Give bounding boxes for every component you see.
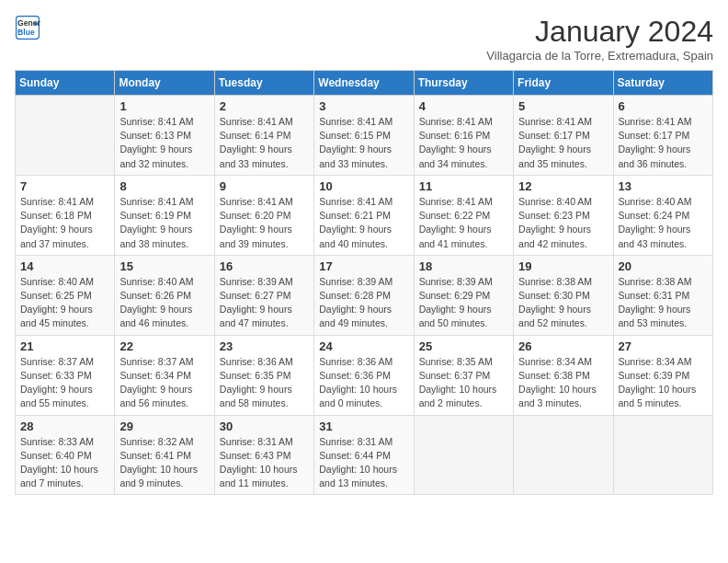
day-details: Sunrise: 8:41 AMSunset: 6:19 PMDaylight:… — [119, 195, 209, 251]
calendar-table: SundayMondayTuesdayWednesdayThursdayFrid… — [15, 70, 713, 495]
day-cell — [414, 415, 513, 495]
day-cell: 17Sunrise: 8:39 AMSunset: 6:28 PMDayligh… — [314, 255, 414, 335]
day-cell: 4Sunrise: 8:41 AMSunset: 6:16 PMDaylight… — [414, 96, 513, 176]
col-header-monday: Monday — [115, 71, 214, 96]
day-number: 22 — [119, 339, 209, 353]
day-cell: 21Sunrise: 8:37 AMSunset: 6:33 PMDayligh… — [16, 335, 115, 415]
day-details: Sunrise: 8:40 AMSunset: 6:25 PMDaylight:… — [20, 275, 109, 331]
day-number: 8 — [119, 179, 209, 193]
day-number: 30 — [220, 419, 309, 433]
day-details: Sunrise: 8:41 AMSunset: 6:14 PMDaylight:… — [220, 115, 309, 171]
day-cell: 11Sunrise: 8:41 AMSunset: 6:22 PMDayligh… — [414, 175, 513, 255]
day-cell — [514, 415, 613, 495]
day-cell: 6Sunrise: 8:41 AMSunset: 6:17 PMDaylight… — [613, 96, 712, 176]
day-number: 1 — [119, 99, 209, 113]
col-header-sunday: Sunday — [16, 71, 115, 96]
day-details: Sunrise: 8:41 AMSunset: 6:13 PMDaylight:… — [119, 115, 209, 171]
day-cell: 18Sunrise: 8:39 AMSunset: 6:29 PMDayligh… — [414, 255, 513, 335]
logo-icon: General Blue — [15, 15, 40, 40]
day-number: 28 — [20, 419, 109, 433]
col-header-tuesday: Tuesday — [214, 71, 313, 96]
day-number: 7 — [20, 179, 109, 193]
svg-text:Blue: Blue — [17, 28, 35, 37]
day-number: 2 — [220, 99, 309, 113]
day-details: Sunrise: 8:40 AMSunset: 6:24 PMDaylight:… — [619, 195, 708, 251]
day-cell: 23Sunrise: 8:36 AMSunset: 6:35 PMDayligh… — [214, 335, 313, 415]
logo: General Blue — [15, 15, 40, 40]
month-title: January 2024 — [486, 15, 713, 49]
col-header-wednesday: Wednesday — [314, 71, 414, 96]
week-row-3: 14Sunrise: 8:40 AMSunset: 6:25 PMDayligh… — [16, 255, 713, 335]
day-number: 6 — [619, 99, 708, 113]
day-cell: 20Sunrise: 8:38 AMSunset: 6:31 PMDayligh… — [613, 255, 712, 335]
day-number: 5 — [518, 99, 608, 113]
day-cell: 12Sunrise: 8:40 AMSunset: 6:23 PMDayligh… — [514, 175, 613, 255]
day-number: 17 — [319, 259, 408, 273]
day-cell: 29Sunrise: 8:32 AMSunset: 6:41 PMDayligh… — [115, 415, 214, 495]
day-number: 13 — [619, 179, 708, 193]
day-number: 3 — [319, 99, 408, 113]
col-header-thursday: Thursday — [414, 71, 513, 96]
day-number: 19 — [518, 259, 608, 273]
day-cell: 5Sunrise: 8:41 AMSunset: 6:17 PMDaylight… — [514, 96, 613, 176]
col-header-friday: Friday — [514, 71, 613, 96]
day-number: 20 — [619, 259, 708, 273]
col-header-saturday: Saturday — [613, 71, 712, 96]
day-details: Sunrise: 8:41 AMSunset: 6:22 PMDaylight:… — [419, 195, 508, 251]
day-number: 10 — [319, 179, 408, 193]
day-cell: 30Sunrise: 8:31 AMSunset: 6:43 PMDayligh… — [214, 415, 313, 495]
week-row-1: 1Sunrise: 8:41 AMSunset: 6:13 PMDaylight… — [16, 96, 713, 176]
day-details: Sunrise: 8:31 AMSunset: 6:44 PMDaylight:… — [319, 435, 408, 491]
day-number: 26 — [518, 339, 608, 353]
day-cell — [613, 415, 712, 495]
day-number: 25 — [419, 339, 508, 353]
day-number: 29 — [119, 419, 209, 433]
day-details: Sunrise: 8:35 AMSunset: 6:37 PMDaylight:… — [419, 355, 508, 411]
day-number: 21 — [20, 339, 109, 353]
day-details: Sunrise: 8:31 AMSunset: 6:43 PMDaylight:… — [220, 435, 309, 491]
week-row-2: 7Sunrise: 8:41 AMSunset: 6:18 PMDaylight… — [16, 175, 713, 255]
day-details: Sunrise: 8:37 AMSunset: 6:33 PMDaylight:… — [20, 355, 109, 411]
day-number: 4 — [419, 99, 508, 113]
day-number: 27 — [619, 339, 708, 353]
day-cell: 3Sunrise: 8:41 AMSunset: 6:15 PMDaylight… — [314, 96, 414, 176]
day-number: 18 — [419, 259, 508, 273]
day-cell: 1Sunrise: 8:41 AMSunset: 6:13 PMDaylight… — [115, 96, 214, 176]
day-details: Sunrise: 8:34 AMSunset: 6:38 PMDaylight:… — [518, 355, 608, 411]
day-cell: 28Sunrise: 8:33 AMSunset: 6:40 PMDayligh… — [16, 415, 115, 495]
day-cell: 8Sunrise: 8:41 AMSunset: 6:19 PMDaylight… — [115, 175, 214, 255]
day-cell: 2Sunrise: 8:41 AMSunset: 6:14 PMDaylight… — [214, 96, 313, 176]
day-cell: 7Sunrise: 8:41 AMSunset: 6:18 PMDaylight… — [16, 175, 115, 255]
day-details: Sunrise: 8:41 AMSunset: 6:18 PMDaylight:… — [20, 195, 109, 251]
day-details: Sunrise: 8:34 AMSunset: 6:39 PMDaylight:… — [619, 355, 708, 411]
day-details: Sunrise: 8:38 AMSunset: 6:31 PMDaylight:… — [619, 275, 708, 331]
day-cell: 24Sunrise: 8:36 AMSunset: 6:36 PMDayligh… — [314, 335, 414, 415]
week-row-4: 21Sunrise: 8:37 AMSunset: 6:33 PMDayligh… — [16, 335, 713, 415]
day-cell: 26Sunrise: 8:34 AMSunset: 6:38 PMDayligh… — [514, 335, 613, 415]
page-header: General Blue January 2024 Villagarcia de… — [15, 15, 713, 63]
week-row-5: 28Sunrise: 8:33 AMSunset: 6:40 PMDayligh… — [16, 415, 713, 495]
day-number: 16 — [220, 259, 309, 273]
day-details: Sunrise: 8:41 AMSunset: 6:17 PMDaylight:… — [619, 115, 708, 171]
day-details: Sunrise: 8:40 AMSunset: 6:26 PMDaylight:… — [119, 275, 209, 331]
day-number: 9 — [220, 179, 309, 193]
title-section: January 2024 Villagarcia de la Torre, Ex… — [486, 15, 713, 63]
day-cell: 15Sunrise: 8:40 AMSunset: 6:26 PMDayligh… — [115, 255, 214, 335]
day-details: Sunrise: 8:36 AMSunset: 6:35 PMDaylight:… — [220, 355, 309, 411]
day-cell: 27Sunrise: 8:34 AMSunset: 6:39 PMDayligh… — [613, 335, 712, 415]
day-details: Sunrise: 8:37 AMSunset: 6:34 PMDaylight:… — [119, 355, 209, 411]
day-cell: 22Sunrise: 8:37 AMSunset: 6:34 PMDayligh… — [115, 335, 214, 415]
day-number: 23 — [220, 339, 309, 353]
day-number: 15 — [119, 259, 209, 273]
day-details: Sunrise: 8:39 AMSunset: 6:28 PMDaylight:… — [319, 275, 408, 331]
day-cell: 10Sunrise: 8:41 AMSunset: 6:21 PMDayligh… — [314, 175, 414, 255]
day-number: 31 — [319, 419, 408, 433]
day-details: Sunrise: 8:39 AMSunset: 6:27 PMDaylight:… — [220, 275, 309, 331]
day-details: Sunrise: 8:41 AMSunset: 6:16 PMDaylight:… — [419, 115, 508, 171]
day-cell: 9Sunrise: 8:41 AMSunset: 6:20 PMDaylight… — [214, 175, 313, 255]
day-details: Sunrise: 8:39 AMSunset: 6:29 PMDaylight:… — [419, 275, 508, 331]
day-number: 24 — [319, 339, 408, 353]
day-number: 12 — [518, 179, 608, 193]
day-details: Sunrise: 8:32 AMSunset: 6:41 PMDaylight:… — [119, 435, 209, 491]
day-details: Sunrise: 8:36 AMSunset: 6:36 PMDaylight:… — [319, 355, 408, 411]
